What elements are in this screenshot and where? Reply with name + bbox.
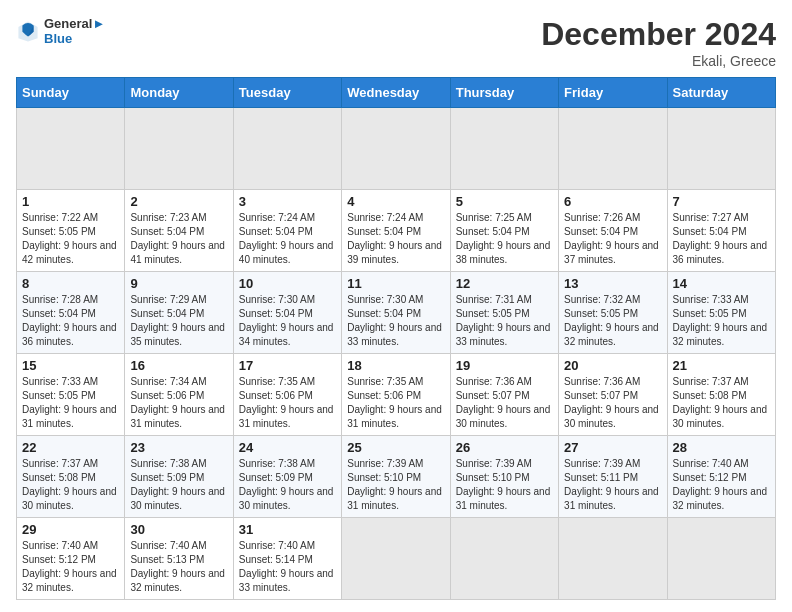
calendar-day-cell: 25Sunrise: 7:39 AM Sunset: 5:10 PM Dayli… — [342, 436, 450, 518]
calendar-day-cell: 7Sunrise: 7:27 AM Sunset: 5:04 PM Daylig… — [667, 190, 775, 272]
day-info: Sunrise: 7:23 AM Sunset: 5:04 PM Dayligh… — [130, 211, 227, 267]
calendar-day-cell: 27Sunrise: 7:39 AM Sunset: 5:11 PM Dayli… — [559, 436, 667, 518]
col-tuesday: Tuesday — [233, 78, 341, 108]
day-number: 27 — [564, 440, 661, 455]
calendar-day-cell — [667, 518, 775, 600]
calendar-week-row: 8Sunrise: 7:28 AM Sunset: 5:04 PM Daylig… — [17, 272, 776, 354]
day-number: 2 — [130, 194, 227, 209]
calendar-week-row: 22Sunrise: 7:37 AM Sunset: 5:08 PM Dayli… — [17, 436, 776, 518]
col-friday: Friday — [559, 78, 667, 108]
calendar-day-cell: 22Sunrise: 7:37 AM Sunset: 5:08 PM Dayli… — [17, 436, 125, 518]
calendar-day-cell: 2Sunrise: 7:23 AM Sunset: 5:04 PM Daylig… — [125, 190, 233, 272]
calendar-week-row: 15Sunrise: 7:33 AM Sunset: 5:05 PM Dayli… — [17, 354, 776, 436]
day-number: 4 — [347, 194, 444, 209]
day-info: Sunrise: 7:24 AM Sunset: 5:04 PM Dayligh… — [239, 211, 336, 267]
calendar-day-cell: 8Sunrise: 7:28 AM Sunset: 5:04 PM Daylig… — [17, 272, 125, 354]
title-block: December 2024 Ekali, Greece — [541, 16, 776, 69]
day-info: Sunrise: 7:36 AM Sunset: 5:07 PM Dayligh… — [564, 375, 661, 431]
day-info: Sunrise: 7:34 AM Sunset: 5:06 PM Dayligh… — [130, 375, 227, 431]
calendar-day-cell — [450, 108, 558, 190]
day-info: Sunrise: 7:36 AM Sunset: 5:07 PM Dayligh… — [456, 375, 553, 431]
day-number: 17 — [239, 358, 336, 373]
day-info: Sunrise: 7:35 AM Sunset: 5:06 PM Dayligh… — [239, 375, 336, 431]
day-info: Sunrise: 7:40 AM Sunset: 5:13 PM Dayligh… — [130, 539, 227, 595]
page-header: General► Blue December 2024 Ekali, Greec… — [16, 16, 776, 69]
day-number: 28 — [673, 440, 770, 455]
day-number: 23 — [130, 440, 227, 455]
day-info: Sunrise: 7:39 AM Sunset: 5:10 PM Dayligh… — [347, 457, 444, 513]
calendar-day-cell: 16Sunrise: 7:34 AM Sunset: 5:06 PM Dayli… — [125, 354, 233, 436]
month-year-title: December 2024 — [541, 16, 776, 53]
location-label: Ekali, Greece — [541, 53, 776, 69]
day-number: 26 — [456, 440, 553, 455]
calendar-day-cell: 31Sunrise: 7:40 AM Sunset: 5:14 PM Dayli… — [233, 518, 341, 600]
day-info: Sunrise: 7:35 AM Sunset: 5:06 PM Dayligh… — [347, 375, 444, 431]
calendar-day-cell: 17Sunrise: 7:35 AM Sunset: 5:06 PM Dayli… — [233, 354, 341, 436]
day-info: Sunrise: 7:25 AM Sunset: 5:04 PM Dayligh… — [456, 211, 553, 267]
calendar-day-cell: 14Sunrise: 7:33 AM Sunset: 5:05 PM Dayli… — [667, 272, 775, 354]
day-number: 15 — [22, 358, 119, 373]
day-info: Sunrise: 7:30 AM Sunset: 5:04 PM Dayligh… — [347, 293, 444, 349]
day-number: 3 — [239, 194, 336, 209]
day-number: 29 — [22, 522, 119, 537]
calendar-week-row: 1Sunrise: 7:22 AM Sunset: 5:05 PM Daylig… — [17, 190, 776, 272]
day-number: 1 — [22, 194, 119, 209]
day-number: 10 — [239, 276, 336, 291]
calendar-day-cell: 29Sunrise: 7:40 AM Sunset: 5:12 PM Dayli… — [17, 518, 125, 600]
calendar-day-cell: 15Sunrise: 7:33 AM Sunset: 5:05 PM Dayli… — [17, 354, 125, 436]
calendar-day-cell — [17, 108, 125, 190]
day-number: 21 — [673, 358, 770, 373]
col-monday: Monday — [125, 78, 233, 108]
calendar-day-cell: 11Sunrise: 7:30 AM Sunset: 5:04 PM Dayli… — [342, 272, 450, 354]
day-number: 7 — [673, 194, 770, 209]
day-info: Sunrise: 7:38 AM Sunset: 5:09 PM Dayligh… — [239, 457, 336, 513]
day-number: 19 — [456, 358, 553, 373]
day-info: Sunrise: 7:28 AM Sunset: 5:04 PM Dayligh… — [22, 293, 119, 349]
calendar-day-cell: 9Sunrise: 7:29 AM Sunset: 5:04 PM Daylig… — [125, 272, 233, 354]
day-number: 16 — [130, 358, 227, 373]
calendar-day-cell: 10Sunrise: 7:30 AM Sunset: 5:04 PM Dayli… — [233, 272, 341, 354]
day-number: 22 — [22, 440, 119, 455]
day-info: Sunrise: 7:33 AM Sunset: 5:05 PM Dayligh… — [673, 293, 770, 349]
day-number: 25 — [347, 440, 444, 455]
day-number: 31 — [239, 522, 336, 537]
calendar-table: Sunday Monday Tuesday Wednesday Thursday… — [16, 77, 776, 600]
calendar-day-cell — [233, 108, 341, 190]
day-info: Sunrise: 7:33 AM Sunset: 5:05 PM Dayligh… — [22, 375, 119, 431]
day-info: Sunrise: 7:32 AM Sunset: 5:05 PM Dayligh… — [564, 293, 661, 349]
day-info: Sunrise: 7:37 AM Sunset: 5:08 PM Dayligh… — [22, 457, 119, 513]
day-number: 11 — [347, 276, 444, 291]
calendar-day-cell: 5Sunrise: 7:25 AM Sunset: 5:04 PM Daylig… — [450, 190, 558, 272]
calendar-day-cell: 20Sunrise: 7:36 AM Sunset: 5:07 PM Dayli… — [559, 354, 667, 436]
calendar-day-cell: 19Sunrise: 7:36 AM Sunset: 5:07 PM Dayli… — [450, 354, 558, 436]
day-info: Sunrise: 7:40 AM Sunset: 5:14 PM Dayligh… — [239, 539, 336, 595]
calendar-day-cell: 30Sunrise: 7:40 AM Sunset: 5:13 PM Dayli… — [125, 518, 233, 600]
col-saturday: Saturday — [667, 78, 775, 108]
day-info: Sunrise: 7:39 AM Sunset: 5:11 PM Dayligh… — [564, 457, 661, 513]
calendar-day-cell: 26Sunrise: 7:39 AM Sunset: 5:10 PM Dayli… — [450, 436, 558, 518]
calendar-week-row — [17, 108, 776, 190]
calendar-day-cell: 6Sunrise: 7:26 AM Sunset: 5:04 PM Daylig… — [559, 190, 667, 272]
calendar-day-cell — [342, 518, 450, 600]
day-info: Sunrise: 7:40 AM Sunset: 5:12 PM Dayligh… — [673, 457, 770, 513]
calendar-day-cell — [450, 518, 558, 600]
calendar-day-cell: 3Sunrise: 7:24 AM Sunset: 5:04 PM Daylig… — [233, 190, 341, 272]
day-number: 5 — [456, 194, 553, 209]
day-number: 20 — [564, 358, 661, 373]
day-number: 24 — [239, 440, 336, 455]
day-info: Sunrise: 7:38 AM Sunset: 5:09 PM Dayligh… — [130, 457, 227, 513]
calendar-day-cell: 18Sunrise: 7:35 AM Sunset: 5:06 PM Dayli… — [342, 354, 450, 436]
calendar-day-cell — [667, 108, 775, 190]
calendar-day-cell: 4Sunrise: 7:24 AM Sunset: 5:04 PM Daylig… — [342, 190, 450, 272]
day-info: Sunrise: 7:29 AM Sunset: 5:04 PM Dayligh… — [130, 293, 227, 349]
day-number: 9 — [130, 276, 227, 291]
calendar-day-cell — [559, 518, 667, 600]
calendar-day-cell — [559, 108, 667, 190]
col-thursday: Thursday — [450, 78, 558, 108]
calendar-day-cell: 12Sunrise: 7:31 AM Sunset: 5:05 PM Dayli… — [450, 272, 558, 354]
day-number: 12 — [456, 276, 553, 291]
calendar-day-cell — [125, 108, 233, 190]
calendar-day-cell: 1Sunrise: 7:22 AM Sunset: 5:05 PM Daylig… — [17, 190, 125, 272]
calendar-day-cell: 28Sunrise: 7:40 AM Sunset: 5:12 PM Dayli… — [667, 436, 775, 518]
calendar-day-cell: 13Sunrise: 7:32 AM Sunset: 5:05 PM Dayli… — [559, 272, 667, 354]
